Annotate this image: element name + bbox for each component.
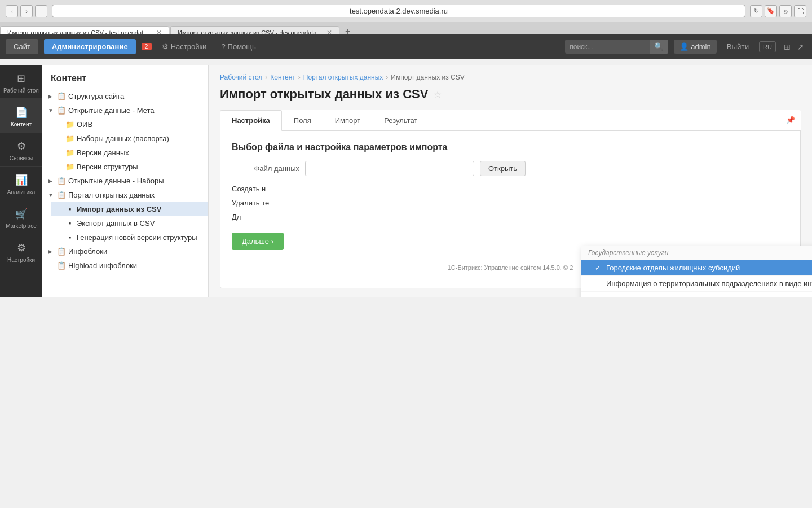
search-button[interactable]: 🔍 (650, 40, 668, 54)
address-bar[interactable]: test.opendata.2.dev.smedia.ru (52, 5, 745, 17)
toggle-icon: ▶ (48, 178, 55, 184)
search-area: 🔍 (565, 40, 668, 54)
tree-item-data-versions[interactable]: 📁 Версии данных (51, 146, 208, 160)
dropdown-overlay[interactable]: Государственные услуги ✓ Городские отдел… (581, 246, 812, 297)
bullet-icon: ▪ (65, 233, 74, 242)
open-file-button[interactable]: Открыть (480, 161, 526, 176)
next-button[interactable]: Дальше › (232, 233, 284, 250)
sidebar-icon-label: Marketplace (6, 223, 36, 229)
tree-item-structure[interactable]: ▶ 📋 Структура сайта (42, 89, 208, 103)
dropdown-item-selected[interactable]: ✓ Городские отделы жилищных субсидий (581, 260, 812, 276)
tree-item-open-meta[interactable]: ▼ 📋 Открытые данные - Мета (42, 103, 208, 117)
settings-nav-button[interactable]: ⚙ Настройки (157, 40, 211, 53)
browser-toolbar: ‹ › — test.opendata.2.dev.smedia.ru ↻ 🔖 … (0, 0, 812, 22)
refresh-button[interactable]: ↻ (750, 5, 762, 17)
sidebar-header: Контент (42, 71, 208, 89)
breadcrumb-portal[interactable]: Портал открытых данных (303, 73, 383, 81)
user-button[interactable]: 👤 admin (674, 40, 716, 54)
tab-settings[interactable]: Настройка (220, 110, 282, 131)
bookmark-button[interactable]: 🔖 (765, 5, 777, 17)
check-icon: ✓ (595, 264, 603, 272)
admin-button[interactable]: Администрирование (44, 39, 136, 54)
nav-right-icons: ⊞ ➚ (782, 40, 806, 54)
breadcrumb-desktop[interactable]: Рабочий стол (220, 73, 262, 81)
grid-icon[interactable]: ⊞ (782, 40, 793, 54)
notification-badge[interactable]: 2 (142, 43, 152, 50)
bullet-icon: ▪ (65, 205, 74, 213)
folder-icon: 📁 (65, 148, 74, 157)
sidebar-icon-label: Контент (11, 121, 32, 128)
tree-item-import-csv[interactable]: ▪ Импорт данных из CSV (51, 202, 208, 216)
folder-icon: 📋 (57, 92, 66, 100)
search-input[interactable] (565, 40, 650, 54)
logout-button[interactable]: Выйти (722, 40, 753, 54)
help-label: Помощь (228, 42, 256, 51)
sidebar-icons: ⊞ Рабочий стол 📄 Контент ⚙ Сервисы 📊 Ана… (0, 65, 42, 297)
sidebar-icon-settings[interactable]: ⚙ Настройки (0, 234, 42, 268)
folder-icon: 📁 (65, 163, 74, 171)
file-input-row: Файл данных Открыть (232, 161, 789, 176)
tree-item-opendata-sets[interactable]: ▶ 📋 Открытые данные - Наборы (42, 174, 208, 188)
tree-item-highload[interactable]: 📋 Highload инфоблоки (42, 259, 208, 273)
dropdown-item[interactable]: Многофункциональные центры предоставлени… (581, 292, 812, 297)
sidebar-icon-content[interactable]: 📄 Контент (0, 99, 42, 133)
dropdown-item-label: Городские отделы жилищных субсидий (606, 264, 740, 272)
breadcrumb-content[interactable]: Контент (270, 73, 295, 81)
fullscreen-button[interactable]: ⛶ (794, 5, 806, 17)
tree-item-struct-versions[interactable]: 📁 Версии структуры (51, 160, 208, 174)
bullet-icon: ▪ (65, 219, 74, 227)
gear-icon: ⚙ (162, 42, 169, 51)
share-button[interactable]: ⎋ (779, 5, 792, 17)
tree-children-portal: ▪ Импорт данных из CSV ▪ Экспорт данных … (51, 202, 208, 244)
pin-icon: 📌 (780, 110, 801, 130)
tree-item-datasets[interactable]: 📁 Наборы данных (паспорта) (51, 132, 208, 146)
tree-item-gen-struct[interactable]: ▪ Генерация новой версии структуры (51, 230, 208, 244)
create-text: Создать н (232, 185, 266, 193)
folder-icon: 📋 (57, 247, 66, 256)
breadcrumb-current: Импорт данных из CSV (391, 73, 464, 81)
tree-item-oiv[interactable]: 📁 ОИВ (51, 117, 208, 132)
favorite-star-icon[interactable]: ☆ (434, 89, 442, 100)
tree-item-infoblocks[interactable]: ▶ 📋 Инфоблоки (42, 244, 208, 259)
back-button[interactable]: ‹ (6, 5, 18, 17)
dropdown-item-label: Информация о территориальных подразделен… (606, 279, 812, 288)
site-button[interactable]: Сайт (6, 39, 38, 54)
tab-import[interactable]: Импорт (323, 110, 372, 131)
for-action-row: Дл (232, 213, 789, 221)
tree-item-export-csv[interactable]: ▪ Экспорт данных в CSV (51, 216, 208, 230)
tree-item-portal[interactable]: ▼ 📋 Портал открытых данных (42, 188, 208, 202)
sidebar-icon-label: Настройки (7, 257, 35, 263)
help-nav-button[interactable]: ? Помощь (217, 40, 260, 53)
services-icon: ⚙ (15, 139, 28, 153)
tree-item-label: Открытые данные - Наборы (68, 177, 202, 185)
forward-button[interactable]: › (20, 5, 33, 17)
file-input[interactable] (305, 161, 474, 176)
folder-icon: 📁 (65, 120, 74, 129)
arrow-icon[interactable]: ➚ (795, 40, 806, 54)
dropdown-item[interactable]: Информация о территориальных подразделен… (581, 276, 812, 292)
sidebar-icon-label: Аналитика (7, 189, 36, 195)
breadcrumb-sep: › (386, 73, 388, 81)
language-button[interactable]: RU (759, 41, 776, 52)
analytics-icon: 📊 (15, 173, 28, 187)
minimize-button[interactable]: — (35, 5, 47, 17)
tab-result[interactable]: Результат (372, 110, 429, 131)
search-input-wrap: 🔍 (565, 40, 668, 54)
content-tabs: Настройка Поля Импорт Результат 📌 (220, 110, 801, 131)
toggle-icon: ▶ (48, 248, 55, 255)
tab-fields[interactable]: Поля (282, 110, 323, 131)
breadcrumb-sep: › (298, 73, 301, 81)
sidebar-icon-services[interactable]: ⚙ Сервисы (0, 133, 42, 167)
content-icon: 📄 (15, 106, 28, 119)
tree-item-label: Highload инфоблоки (68, 261, 202, 270)
dropdown-group-label-0: Государственные услуги (581, 246, 812, 260)
sidebar-icon-analytics[interactable]: 📊 Аналитика (0, 167, 42, 200)
tree-item-label: Открытые данные - Мета (68, 106, 202, 115)
settings-label: Настройки (171, 42, 207, 51)
delete-action-row: Удалить те (232, 199, 789, 207)
page-content: Рабочий стол › Контент › Портал открытых… (209, 65, 812, 297)
sidebar-icon-label: Рабочий стол (3, 87, 39, 94)
sidebar-icon-desktop[interactable]: ⊞ Рабочий стол (0, 65, 42, 99)
help-icon: ? (221, 42, 225, 51)
sidebar-icon-marketplace[interactable]: 🛒 Marketplace (0, 200, 42, 234)
